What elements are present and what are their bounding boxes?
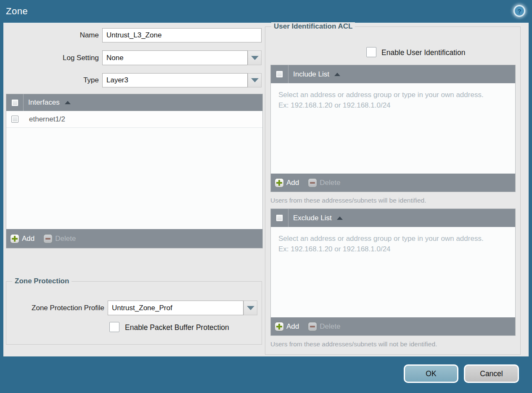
- packet-buffer-protection-label: Enable Packet Buffer Protection: [125, 323, 229, 332]
- select-all-checkbox[interactable]: [276, 71, 283, 78]
- minus-icon: [308, 322, 317, 331]
- plus-icon: [11, 235, 19, 243]
- interfaces-table: Interfaces ethernet1/2 Add Dele: [6, 94, 263, 248]
- sort-asc-icon: [337, 216, 343, 220]
- exclude-list-body[interactable]: Select an address or address group or ty…: [271, 227, 515, 317]
- user-identification-section: User Identification ACL Enable User Iden…: [265, 26, 521, 355]
- delete-button[interactable]: Delete: [44, 235, 76, 243]
- exclude-list-footer: Add Delete: [271, 317, 515, 335]
- dialog-body: Name Log Setting Type Interfaces: [3, 23, 529, 356]
- type-label: Type: [3, 73, 99, 87]
- include-list-column-header: Include List: [288, 70, 329, 79]
- chevron-down-icon: [247, 306, 254, 310]
- zone-protection-section: Zone Protection Zone Protection Profile …: [6, 281, 262, 345]
- enable-user-identification-checkbox[interactable]: [366, 47, 376, 57]
- interfaces-table-body: ethernet1/2: [6, 111, 262, 229]
- include-list-body[interactable]: Select an address or address group or ty…: [271, 83, 515, 174]
- zone-protection-profile-input[interactable]: [108, 301, 244, 315]
- type-dropdown-button[interactable]: [248, 73, 262, 87]
- zone-protection-legend: Zone Protection: [12, 277, 71, 285]
- include-list-placeholder: Select an address or address group or ty…: [271, 83, 498, 117]
- table-row[interactable]: ethernet1/2: [6, 111, 262, 128]
- ok-button[interactable]: OK: [404, 364, 458, 383]
- user-identification-legend: User Identification ACL: [271, 22, 355, 31]
- delete-button[interactable]: Delete: [308, 179, 340, 187]
- log-setting-dropdown-button[interactable]: [248, 50, 262, 65]
- interfaces-table-header[interactable]: Interfaces: [6, 94, 262, 111]
- select-all-checkbox[interactable]: [11, 99, 19, 106]
- dialog-titlebar: Zone ?: [0, 0, 532, 23]
- help-icon[interactable]: ?: [513, 5, 525, 17]
- chevron-down-icon: [251, 78, 259, 82]
- plus-icon: [275, 322, 283, 331]
- row-checkbox[interactable]: [11, 116, 19, 123]
- type-input[interactable]: [102, 73, 248, 87]
- minus-icon: [308, 179, 317, 187]
- packet-buffer-protection-checkbox[interactable]: [109, 322, 119, 332]
- dialog-title: Zone: [6, 0, 28, 23]
- sort-asc-icon: [334, 73, 340, 76]
- include-list-header[interactable]: Include List: [271, 65, 515, 83]
- delete-button[interactable]: Delete: [308, 322, 340, 331]
- interface-name: ethernet1/2: [24, 115, 65, 124]
- zone-dialog: Zone ? Name Log Setting Type Interfaces: [0, 0, 532, 393]
- interfaces-table-footer: Add Delete: [6, 229, 262, 248]
- name-input[interactable]: [102, 28, 262, 42]
- add-button[interactable]: Add: [11, 235, 34, 243]
- zone-protection-profile-dropdown-button[interactable]: [244, 301, 257, 315]
- chevron-down-icon: [251, 56, 259, 60]
- exclude-list-table: Exclude List Select an address or addres…: [270, 208, 516, 336]
- include-list-table: Include List Select an address or addres…: [270, 65, 516, 192]
- cancel-button[interactable]: Cancel: [464, 364, 519, 383]
- log-setting-input[interactable]: [102, 50, 248, 65]
- enable-user-identification-label: Enable User Identification: [381, 48, 465, 57]
- exclude-list-placeholder: Select an address or address group or ty…: [271, 227, 498, 261]
- minus-icon: [44, 235, 52, 243]
- include-list-caption: Users from these addresses/subnets will …: [270, 197, 426, 204]
- exclude-list-column-header: Exclude List: [288, 214, 332, 222]
- exclude-list-caption: Users from these addresses/subnets will …: [270, 340, 437, 348]
- log-setting-label: Log Setting: [3, 50, 99, 65]
- plus-icon: [275, 179, 283, 187]
- add-button[interactable]: Add: [275, 179, 299, 187]
- interfaces-column-header: Interfaces: [24, 98, 60, 107]
- sort-asc-icon: [65, 101, 71, 104]
- zone-protection-profile-label: Zone Protection Profile: [6, 301, 104, 315]
- exclude-list-header[interactable]: Exclude List: [271, 209, 515, 227]
- include-list-footer: Add Delete: [271, 174, 515, 192]
- add-button[interactable]: Add: [275, 322, 299, 331]
- name-label: Name: [3, 28, 99, 42]
- select-all-checkbox[interactable]: [276, 214, 283, 222]
